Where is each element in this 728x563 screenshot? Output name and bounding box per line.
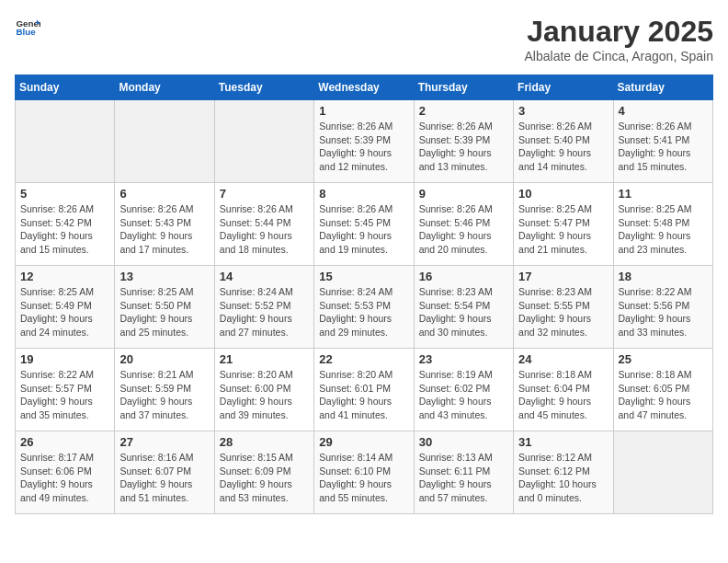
sunrise-text: Sunrise: 8:20 AM xyxy=(319,369,392,380)
daylight-text: Daylight: 9 hours and 32 minutes. xyxy=(518,313,591,338)
daylight-text: Daylight: 9 hours and 20 minutes. xyxy=(419,230,492,255)
day-cell: 10 Sunrise: 8:25 AM Sunset: 5:47 PM Dayl… xyxy=(514,183,613,266)
sunrise-text: Sunrise: 8:13 AM xyxy=(419,452,493,463)
sunset-text: Sunset: 5:43 PM xyxy=(119,217,191,228)
sunset-text: Sunset: 6:01 PM xyxy=(319,383,391,394)
week-row-5: 26 Sunrise: 8:17 AM Sunset: 6:06 PM Dayl… xyxy=(16,431,713,514)
daylight-text: Daylight: 10 hours and 0 minutes. xyxy=(518,478,597,503)
daylight-text: Daylight: 9 hours and 17 minutes. xyxy=(119,230,192,255)
week-row-3: 12 Sunrise: 8:25 AM Sunset: 5:49 PM Dayl… xyxy=(16,266,713,349)
day-number: 20 xyxy=(119,352,209,366)
sunrise-text: Sunrise: 8:26 AM xyxy=(119,203,193,214)
day-info: Sunrise: 8:20 AM Sunset: 6:01 PM Dayligh… xyxy=(319,368,408,422)
day-number: 7 xyxy=(220,187,309,201)
sunset-text: Sunset: 6:02 PM xyxy=(419,383,491,394)
day-cell xyxy=(115,100,214,183)
day-number: 25 xyxy=(619,352,708,366)
day-info: Sunrise: 8:24 AM Sunset: 5:53 PM Dayligh… xyxy=(319,285,408,339)
day-number: 16 xyxy=(419,270,508,283)
day-cell: 27 Sunrise: 8:16 AM Sunset: 6:07 PM Dayl… xyxy=(115,431,214,514)
day-number: 6 xyxy=(119,187,209,201)
sunrise-text: Sunrise: 8:26 AM xyxy=(419,203,493,214)
day-info: Sunrise: 8:19 AM Sunset: 6:02 PM Dayligh… xyxy=(419,368,508,422)
day-number: 24 xyxy=(518,352,608,366)
day-cell xyxy=(613,431,712,514)
day-cell: 17 Sunrise: 8:23 AM Sunset: 5:55 PM Dayl… xyxy=(514,266,613,349)
sunrise-text: Sunrise: 8:25 AM xyxy=(20,286,94,297)
sunrise-text: Sunrise: 8:26 AM xyxy=(20,203,94,214)
sunrise-text: Sunrise: 8:26 AM xyxy=(319,121,392,132)
sunrise-text: Sunrise: 8:20 AM xyxy=(220,369,293,380)
sunset-text: Sunset: 5:49 PM xyxy=(20,300,92,311)
day-info: Sunrise: 8:20 AM Sunset: 6:00 PM Dayligh… xyxy=(220,368,309,422)
day-info: Sunrise: 8:18 AM Sunset: 6:04 PM Dayligh… xyxy=(518,368,608,422)
day-cell: 28 Sunrise: 8:15 AM Sunset: 6:09 PM Dayl… xyxy=(214,431,313,514)
day-cell: 16 Sunrise: 8:23 AM Sunset: 5:54 PM Dayl… xyxy=(414,266,513,349)
day-number: 15 xyxy=(319,270,408,283)
sunset-text: Sunset: 5:56 PM xyxy=(619,300,690,311)
sunrise-text: Sunrise: 8:24 AM xyxy=(319,286,392,297)
day-cell: 1 Sunrise: 8:26 AM Sunset: 5:39 PM Dayli… xyxy=(314,100,414,183)
sunset-text: Sunset: 5:45 PM xyxy=(319,217,391,228)
day-info: Sunrise: 8:26 AM Sunset: 5:42 PM Dayligh… xyxy=(20,202,109,257)
day-cell: 11 Sunrise: 8:25 AM Sunset: 5:48 PM Dayl… xyxy=(613,183,712,266)
daylight-text: Daylight: 9 hours and 55 minutes. xyxy=(319,478,392,503)
header: General Blue January 2025 Albalate de Ci… xyxy=(15,15,713,63)
header-thursday: Thursday xyxy=(414,75,513,100)
day-number: 9 xyxy=(419,187,508,201)
day-number: 1 xyxy=(319,104,408,118)
day-info: Sunrise: 8:25 AM Sunset: 5:50 PM Dayligh… xyxy=(119,285,209,339)
day-cell: 8 Sunrise: 8:26 AM Sunset: 5:45 PM Dayli… xyxy=(314,183,414,266)
day-cell: 15 Sunrise: 8:24 AM Sunset: 5:53 PM Dayl… xyxy=(314,266,414,349)
day-cell: 29 Sunrise: 8:14 AM Sunset: 6:10 PM Dayl… xyxy=(314,431,414,514)
day-info: Sunrise: 8:25 AM Sunset: 5:48 PM Dayligh… xyxy=(619,202,708,257)
week-row-2: 5 Sunrise: 8:26 AM Sunset: 5:42 PM Dayli… xyxy=(16,183,713,266)
sunset-text: Sunset: 6:04 PM xyxy=(518,383,590,394)
day-number: 14 xyxy=(220,270,309,283)
daylight-text: Daylight: 9 hours and 47 minutes. xyxy=(619,396,691,420)
sunset-text: Sunset: 5:40 PM xyxy=(518,134,590,145)
daylight-text: Daylight: 9 hours and 39 minutes. xyxy=(220,396,292,420)
day-cell: 7 Sunrise: 8:26 AM Sunset: 5:44 PM Dayli… xyxy=(214,183,313,266)
day-number: 4 xyxy=(619,104,708,118)
sunrise-text: Sunrise: 8:22 AM xyxy=(20,369,94,380)
sunrise-text: Sunrise: 8:19 AM xyxy=(419,369,493,380)
header-sunday: Sunday xyxy=(16,75,115,100)
day-number: 18 xyxy=(619,270,708,283)
daylight-text: Daylight: 9 hours and 15 minutes. xyxy=(20,230,93,255)
daylight-text: Daylight: 9 hours and 43 minutes. xyxy=(419,396,492,420)
day-cell: 4 Sunrise: 8:26 AM Sunset: 5:41 PM Dayli… xyxy=(613,100,712,183)
day-info: Sunrise: 8:26 AM Sunset: 5:43 PM Dayligh… xyxy=(119,202,209,257)
daylight-text: Daylight: 9 hours and 45 minutes. xyxy=(518,396,591,420)
sunrise-text: Sunrise: 8:26 AM xyxy=(518,121,592,132)
logo: General Blue xyxy=(15,15,40,40)
day-cell: 21 Sunrise: 8:20 AM Sunset: 6:00 PM Dayl… xyxy=(214,349,313,431)
daylight-text: Daylight: 9 hours and 12 minutes. xyxy=(319,147,392,172)
day-info: Sunrise: 8:25 AM Sunset: 5:49 PM Dayligh… xyxy=(20,285,109,339)
sunrise-text: Sunrise: 8:25 AM xyxy=(518,203,592,214)
day-info: Sunrise: 8:15 AM Sunset: 6:09 PM Dayligh… xyxy=(220,451,309,505)
day-number: 22 xyxy=(319,352,408,366)
day-info: Sunrise: 8:22 AM Sunset: 5:57 PM Dayligh… xyxy=(20,368,109,422)
header-friday: Friday xyxy=(514,75,613,100)
sunset-text: Sunset: 5:55 PM xyxy=(518,300,590,311)
sunrise-text: Sunrise: 8:22 AM xyxy=(619,286,692,297)
day-number: 30 xyxy=(419,435,508,449)
day-number: 27 xyxy=(119,435,209,449)
sunrise-text: Sunrise: 8:18 AM xyxy=(518,369,592,380)
calendar-subtitle: Albalate de Cinca, Aragon, Spain xyxy=(525,49,713,63)
sunrise-text: Sunrise: 8:25 AM xyxy=(119,286,193,297)
sunset-text: Sunset: 5:47 PM xyxy=(518,217,590,228)
sunset-text: Sunset: 5:57 PM xyxy=(20,383,92,394)
day-cell xyxy=(214,100,313,183)
sunrise-text: Sunrise: 8:26 AM xyxy=(419,121,493,132)
sunset-text: Sunset: 6:12 PM xyxy=(518,465,590,477)
daylight-text: Daylight: 9 hours and 15 minutes. xyxy=(619,147,691,172)
day-info: Sunrise: 8:12 AM Sunset: 6:12 PM Dayligh… xyxy=(518,451,608,505)
day-cell xyxy=(16,100,115,183)
daylight-text: Daylight: 9 hours and 53 minutes. xyxy=(220,478,292,503)
day-cell: 9 Sunrise: 8:26 AM Sunset: 5:46 PM Dayli… xyxy=(414,183,513,266)
day-number: 2 xyxy=(419,104,508,118)
day-cell: 5 Sunrise: 8:26 AM Sunset: 5:42 PM Dayli… xyxy=(16,183,115,266)
sunset-text: Sunset: 5:59 PM xyxy=(119,383,191,394)
